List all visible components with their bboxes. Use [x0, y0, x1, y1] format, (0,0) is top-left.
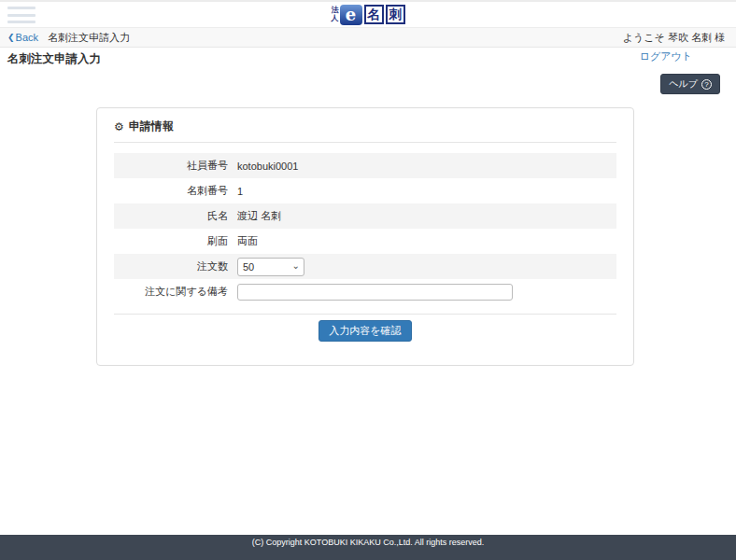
form-row-remarks: 注文に関する備考	[114, 279, 616, 304]
field-value: 両面	[237, 234, 258, 248]
question-circle-icon: ?	[701, 79, 712, 90]
field-label: 刷面	[114, 234, 237, 248]
remarks-input[interactable]	[237, 284, 513, 301]
chevron-left-icon: ❮	[7, 33, 15, 42]
copyright-text: (C) Copyright KOTOBUKI KIKAKU Co.,Ltd. A…	[252, 538, 484, 547]
top-header: 法 人 e 名 刺	[0, 2, 736, 27]
logout-row: ログアウト	[0, 49, 736, 63]
help-label: ヘルプ	[669, 77, 698, 91]
page-title: 名刺注文申請入力	[7, 51, 101, 67]
breadcrumb: 名刺注文申請入力	[48, 31, 130, 45]
logo-corp-mark: 法 人	[332, 7, 339, 22]
hamburger-menu-icon[interactable]	[7, 7, 35, 23]
back-link[interactable]: ❮ Back	[7, 32, 38, 43]
field-label: 注文数	[114, 259, 237, 273]
field-value: kotobuki0001	[237, 161, 298, 172]
panel-title-label: 申請情報	[129, 119, 174, 134]
logo-char-mei: 名	[364, 5, 384, 24]
logo-e-mark: e	[340, 5, 362, 25]
field-label: 注文に関する備考	[114, 285, 237, 299]
gear-icon: ⚙	[114, 120, 124, 133]
field-value: 1	[237, 186, 243, 197]
application-info-panel: ⚙ 申請情報 社員番号 kotobuki0001 名刺番号 1 氏名 渡辺 名刺…	[96, 107, 634, 366]
field-label: 名刺番号	[114, 184, 237, 198]
page: 法 人 e 名 刺 ❮ Back 名刺注文申請入力 ようこそ 琴吹 名刺 様 ロ…	[0, 0, 736, 560]
back-label: Back	[16, 32, 38, 43]
form-row-name: 氏名 渡辺 名刺	[114, 203, 616, 229]
form-row-employee-number: 社員番号 kotobuki0001	[114, 153, 616, 178]
form-row-order-quantity: 注文数 50 ⌄	[114, 254, 616, 279]
logo-char-shi: 刺	[386, 5, 405, 24]
quantity-select-wrap: 50 ⌄	[237, 258, 304, 276]
divider	[114, 314, 616, 315]
field-value: 渡辺 名刺	[237, 209, 281, 223]
footer: (C) Copyright KOTOBUKI KIKAKU Co.,Ltd. A…	[0, 535, 736, 560]
field-label: 氏名	[114, 209, 237, 223]
form-row-print-side: 刷面 両面	[114, 229, 616, 254]
confirm-input-button[interactable]: 入力内容を確認	[318, 320, 411, 342]
field-label: 社員番号	[114, 159, 237, 173]
form-rows: 社員番号 kotobuki0001 名刺番号 1 氏名 渡辺 名刺 刷面 両面 …	[114, 153, 616, 304]
logout-link[interactable]: ログアウト	[640, 50, 692, 62]
quantity-select[interactable]: 50	[237, 258, 304, 276]
panel-title: ⚙ 申請情報	[114, 119, 616, 143]
welcome-text: ようこそ 琴吹 名刺 様	[623, 31, 725, 45]
help-button[interactable]: ヘルプ ?	[660, 74, 720, 94]
app-logo[interactable]: 法 人 e 名 刺	[332, 5, 405, 25]
submit-row: 入力内容を確認	[114, 320, 616, 342]
form-row-card-number: 名刺番号 1	[114, 178, 616, 203]
nav-bar: ❮ Back 名刺注文申請入力 ようこそ 琴吹 名刺 様	[0, 27, 736, 48]
